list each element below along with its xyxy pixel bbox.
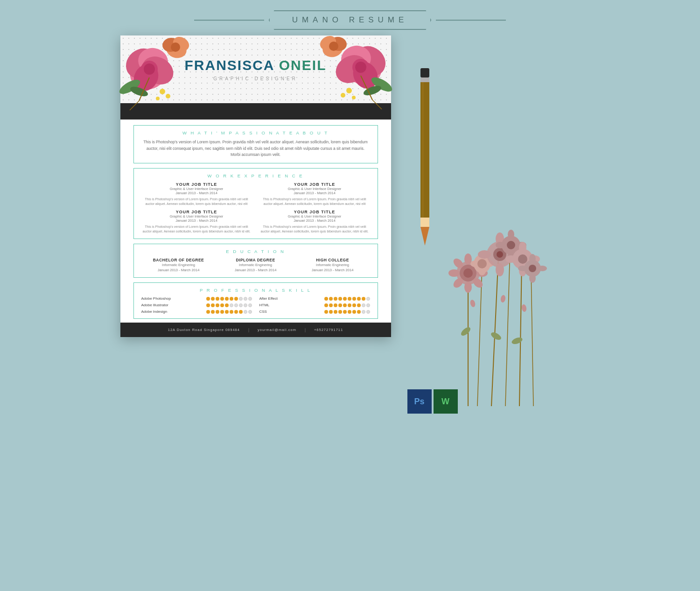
svg-point-89 <box>529 265 536 272</box>
skill-name: Adobe Photoshop <box>141 296 183 301</box>
badge-photoshop: Ps <box>407 389 432 414</box>
svg-point-32 <box>341 93 345 98</box>
svg-line-45 <box>505 247 510 406</box>
svg-line-17 <box>130 101 139 110</box>
svg-point-53 <box>448 269 460 277</box>
skill-name: Adobe Indesign <box>141 310 183 314</box>
resume-footer: 12A Duxton Road Singapore 089484 | yourm… <box>120 323 391 337</box>
svg-point-24 <box>355 62 366 73</box>
svg-point-15 <box>156 97 160 100</box>
dried-flowers <box>431 229 580 408</box>
education-section: E D U C A T I O N BACHELOR OF DEGREE Inf… <box>133 244 378 278</box>
svg-point-95 <box>511 336 523 345</box>
footer-sep2: | <box>305 327 306 332</box>
svg-line-46 <box>519 261 522 406</box>
svg-point-83 <box>518 254 527 264</box>
footer-email: yourmail@mail.com <box>258 328 296 332</box>
svg-point-52 <box>464 281 472 293</box>
svg-line-44 <box>491 257 498 406</box>
svg-point-14 <box>166 94 170 98</box>
skill-name: Adobe Illustrator <box>141 303 183 307</box>
pencil <box>417 68 433 247</box>
svg-point-12 <box>171 42 180 52</box>
skill-row: After Effect <box>259 296 370 301</box>
svg-point-50 <box>463 268 473 278</box>
svg-rect-36 <box>420 68 429 77</box>
skill-row: Adobe Indesign <box>141 310 252 314</box>
skill-dots <box>206 297 252 301</box>
svg-point-13 <box>160 89 165 94</box>
resume-body: W H A T I ' M P A S S I O N A T E A B O … <box>120 120 391 323</box>
skill-dots <box>206 303 252 307</box>
svg-line-35 <box>372 100 382 109</box>
svg-point-88 <box>538 266 547 271</box>
svg-point-87 <box>518 266 527 271</box>
svg-rect-39 <box>420 218 429 227</box>
footer-phone: +65272791711 <box>314 328 343 332</box>
floral-left <box>116 31 197 124</box>
svg-marker-40 <box>420 227 429 246</box>
passion-heading: W H A T I ' M P A S S I O N A T E A B O … <box>141 130 370 135</box>
skill-row: Adobe Illustrator <box>141 303 252 307</box>
svg-line-47 <box>531 271 533 406</box>
svg-point-81 <box>505 255 517 263</box>
passion-section: W H A T I ' M P A S S I O N A T E A B O … <box>133 125 378 163</box>
work-heading: W O R K E X P E R I E N C E <box>141 173 370 178</box>
brand-header: UMANO RESUME <box>0 0 700 35</box>
svg-point-77 <box>507 241 515 249</box>
right-decoration: Ps W <box>403 35 580 414</box>
work-item: YOUR JOB TITLE Graphic & User Interface … <box>259 182 370 206</box>
svg-point-90 <box>469 299 476 308</box>
svg-point-85 <box>529 254 536 263</box>
skill-row: HTML <box>259 303 370 307</box>
software-badges: Ps W <box>407 389 458 414</box>
badge-word: W <box>434 389 458 414</box>
resume-paper: FRANSISCA ONEIL GRAPHIC DESIGNER <box>120 35 391 337</box>
skill-dots <box>206 310 252 314</box>
svg-point-75 <box>496 242 505 248</box>
svg-point-91 <box>500 295 506 303</box>
svg-point-79 <box>519 242 526 253</box>
skills-heading: P R O F E S S I O N A L S K I L L <box>141 288 370 293</box>
floral-right <box>314 31 396 124</box>
skills-section: P R O F E S S I O N A L S K I L L Adobe … <box>133 282 378 319</box>
work-item: YOUR JOB TITLE Graphic & User Interface … <box>141 182 252 206</box>
work-item: YOUR JOB TITLE Graphic & User Interface … <box>259 210 370 234</box>
svg-point-86 <box>529 274 536 283</box>
svg-rect-38 <box>420 82 429 218</box>
svg-point-67 <box>496 263 504 276</box>
footer-sep1: | <box>248 327 249 332</box>
svg-point-68 <box>478 250 491 259</box>
svg-rect-37 <box>420 77 429 82</box>
svg-point-93 <box>459 326 471 338</box>
edu-item: DIPLOMA DEGREE Informatic EngineringJanu… <box>218 258 293 273</box>
work-section: W O R K E X P E R I E N C E YOUR JOB TIT… <box>133 168 378 239</box>
brand-label: UMANO RESUME <box>269 10 432 30</box>
edu-item: HIGH COLLEGE Informatic EngineringJanuar… <box>295 258 370 273</box>
svg-point-33 <box>352 96 356 99</box>
work-item: YOUR JOB TITLE Graphic & User Interface … <box>141 210 252 234</box>
resume-header: FRANSISCA ONEIL GRAPHIC DESIGNER <box>120 35 391 120</box>
skill-dots <box>324 310 370 314</box>
svg-rect-41 <box>422 82 424 218</box>
skill-name: After Effect <box>259 296 294 301</box>
skill-name: CSS <box>259 310 294 314</box>
skill-name: HTML <box>259 303 294 307</box>
svg-point-73 <box>508 230 514 239</box>
passion-text: This is Photoshop's version of Lorem Ips… <box>141 139 370 158</box>
svg-point-30 <box>329 42 338 51</box>
skill-dots <box>324 303 370 307</box>
edu-item: BACHELOR OF DEGREE Informatic Enginering… <box>141 258 216 273</box>
skill-dots <box>324 297 370 301</box>
resume-name: FRANSISCA ONEIL <box>185 57 327 73</box>
svg-point-31 <box>346 88 352 93</box>
education-heading: E D U C A T I O N <box>141 249 370 254</box>
svg-point-6 <box>144 63 155 75</box>
skill-row: Adobe Photoshop <box>141 296 252 301</box>
footer-address: 12A Duxton Road Singapore 089484 <box>168 328 240 332</box>
resume-job-title: GRAPHIC DESIGNER <box>213 76 298 81</box>
svg-point-92 <box>521 304 527 312</box>
skill-row: CSS <box>259 310 370 314</box>
svg-point-64 <box>477 259 487 268</box>
svg-point-71 <box>497 251 503 258</box>
